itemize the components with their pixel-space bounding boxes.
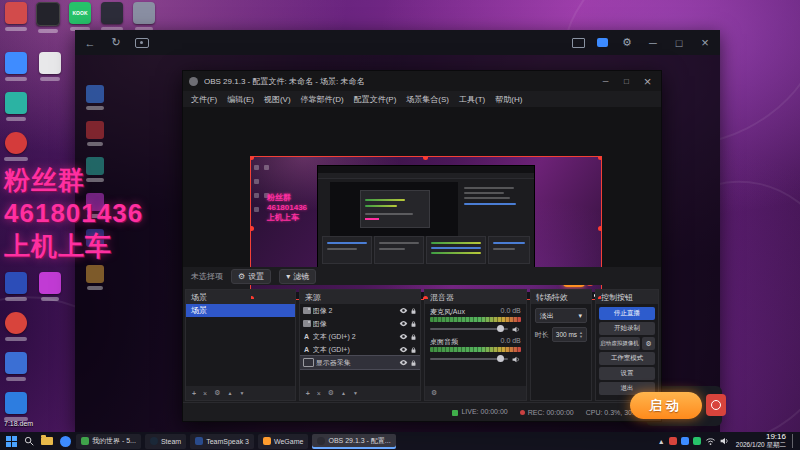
desktop-icon[interactable] — [2, 272, 30, 301]
menu-view[interactable]: 视图(V) — [264, 94, 291, 105]
taskbar-app-wegame[interactable]: WeGame — [258, 434, 308, 449]
sources-dock-title[interactable]: 来源 — [300, 290, 420, 304]
mixer-dock-title[interactable]: 混音器 — [425, 290, 526, 304]
browser-button[interactable] — [58, 434, 72, 448]
mixer-settings-icon[interactable] — [431, 389, 437, 397]
visibility-eye-icon[interactable] — [399, 333, 408, 340]
add-source-icon[interactable] — [306, 390, 310, 397]
source-down-icon[interactable] — [353, 390, 358, 396]
obs-minimize-button[interactable] — [598, 77, 613, 86]
studio-mode-button[interactable]: 工作室模式 — [599, 352, 655, 365]
source-properties-icon[interactable] — [328, 389, 334, 397]
source-row[interactable]: 图像 — [300, 317, 420, 330]
selection-handle[interactable] — [423, 296, 428, 299]
speaker-icon[interactable] — [512, 355, 521, 364]
selection-handle[interactable] — [598, 157, 601, 160]
lock-icon[interactable] — [410, 359, 417, 367]
spin-down-icon[interactable] — [579, 335, 583, 339]
settings-button[interactable]: 设置 — [599, 367, 655, 380]
dem-file-label[interactable]: 7:18.dem — [4, 420, 33, 427]
monitor-icon[interactable] — [572, 38, 585, 48]
desktop-icon[interactable] — [2, 2, 30, 31]
add-scene-icon[interactable] — [192, 390, 196, 397]
controls-dock-title[interactable]: 控制按钮 — [596, 290, 658, 304]
screenshot-icon[interactable] — [135, 38, 149, 48]
volume-icon[interactable] — [720, 436, 730, 446]
record-button[interactable]: 开始录制 — [599, 322, 655, 335]
visibility-eye-icon[interactable] — [399, 307, 408, 314]
menu-scene-collection[interactable]: 场景集合(S) — [406, 94, 449, 105]
scene-settings-icon[interactable] — [214, 389, 220, 397]
menu-tools[interactable]: 工具(T) — [459, 94, 485, 105]
chat-icon[interactable] — [597, 38, 608, 47]
desktop-icon[interactable] — [130, 2, 158, 31]
lock-icon[interactable] — [410, 320, 417, 328]
source-row[interactable]: 文本 (GDI+) 2 — [300, 330, 420, 343]
desktop-icon[interactable] — [2, 392, 30, 421]
remote-desktop-icon[interactable] — [81, 121, 109, 146]
desktop-icon-kook[interactable]: KOOK — [66, 2, 94, 31]
show-desktop-button[interactable] — [792, 434, 796, 448]
tray-expand-icon[interactable] — [658, 438, 665, 445]
volume-slider[interactable] — [430, 328, 508, 330]
taskbar-clock[interactable]: 19:16 2026/1/20 星期二 — [736, 433, 786, 449]
source-row[interactable]: 文本 (GDI+) — [300, 343, 420, 356]
selection-handle[interactable] — [423, 157, 428, 160]
speaker-icon[interactable] — [512, 325, 521, 334]
desktop-icon[interactable] — [2, 132, 30, 161]
obs-maximize-button[interactable] — [619, 77, 634, 86]
filters-button[interactable]: 滤镜 — [279, 269, 316, 284]
settings-icon[interactable] — [620, 36, 634, 49]
desktop-icon[interactable] — [2, 52, 30, 81]
remote-desktop-icon[interactable] — [81, 265, 109, 290]
desktop-icon[interactable] — [34, 2, 62, 33]
lock-icon[interactable] — [410, 346, 417, 354]
obs-close-button[interactable] — [640, 74, 655, 89]
selection-handle[interactable] — [251, 157, 254, 160]
launcher-start-button[interactable]: 启动 — [630, 392, 702, 419]
network-icon[interactable] — [705, 436, 716, 446]
menu-profile[interactable]: 配置文件(P) — [354, 94, 397, 105]
close-button[interactable] — [698, 35, 712, 50]
selection-handle[interactable] — [598, 226, 601, 231]
selection-handle[interactable] — [251, 296, 254, 299]
transitions-dock-title[interactable]: 转场特效 — [531, 290, 591, 304]
source-up-icon[interactable] — [341, 390, 346, 396]
menu-help[interactable]: 帮助(H) — [495, 94, 522, 105]
lock-icon[interactable] — [410, 333, 417, 341]
back-icon[interactable] — [83, 37, 97, 49]
desktop-icon[interactable] — [36, 52, 64, 81]
taskbar-app-minecraft[interactable]: 我的世界 - 5... — [76, 434, 141, 449]
minimize-button[interactable] — [646, 37, 660, 49]
launcher-stop-button[interactable] — [706, 394, 726, 416]
desktop-icon[interactable] — [98, 2, 126, 31]
search-button[interactable] — [22, 434, 36, 448]
transition-select[interactable]: 淡出 — [535, 308, 587, 323]
scene-up-icon[interactable] — [227, 390, 232, 396]
taskbar-app-obs[interactable]: OBS 29.1.3 - 配置... — [312, 434, 395, 449]
menu-file[interactable]: 文件(F) — [191, 94, 217, 105]
volume-slider[interactable] — [430, 358, 508, 360]
obs-titlebar[interactable]: OBS 29.1.3 - 配置文件: 未命名 - 场景: 未命名 — [183, 71, 661, 92]
visibility-eye-icon[interactable] — [399, 346, 408, 353]
scenes-dock-title[interactable]: 场景 — [186, 290, 295, 304]
source-row[interactable]: 图像 2 — [300, 304, 420, 317]
remote-desktop-icon[interactable] — [81, 85, 109, 110]
virtual-camera-button[interactable]: 启动虚拟摄像机 — [599, 337, 640, 350]
menu-edit[interactable]: 编辑(E) — [227, 94, 254, 105]
maximize-button[interactable] — [672, 37, 686, 49]
visibility-eye-icon[interactable] — [399, 320, 408, 327]
selection-handle[interactable] — [598, 296, 601, 299]
taskbar-app-teamspeak[interactable]: TeamSpeak 3 — [190, 434, 254, 449]
selection-handle[interactable] — [251, 226, 254, 231]
duration-spinner[interactable]: 300 ms — [552, 327, 587, 342]
remove-source-icon[interactable] — [317, 390, 321, 397]
tray-icon[interactable] — [693, 437, 701, 445]
file-explorer-button[interactable] — [40, 434, 54, 448]
visibility-eye-icon[interactable] — [399, 359, 408, 366]
scene-item[interactable]: 场景 — [186, 304, 295, 317]
properties-button[interactable]: 设置 — [231, 269, 271, 284]
remove-scene-icon[interactable] — [203, 390, 207, 397]
source-row-selected[interactable]: 显示器采集 — [300, 356, 420, 369]
refresh-icon[interactable] — [109, 36, 123, 49]
